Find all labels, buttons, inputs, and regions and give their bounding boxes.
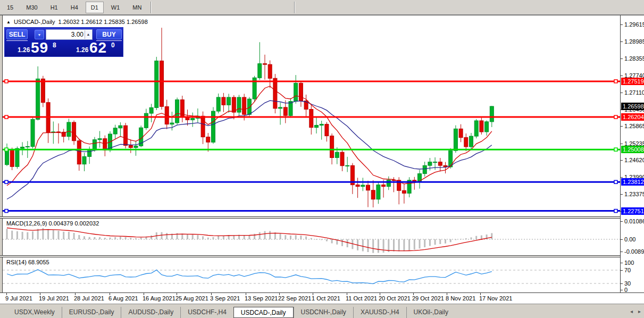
chart-symbol-label: USDCAD-,Daily xyxy=(14,19,55,25)
tab-eurusddaily[interactable]: EURUSD-,Daily xyxy=(62,307,121,318)
one-click-trading-panel: SELL ▼ ▲ BUY 1.26 59 8 1.26 62 0 xyxy=(4,27,123,57)
volume-box: ▲ xyxy=(46,29,93,40)
rsi-panel[interactable] xyxy=(3,257,620,292)
buy-price-sup: 0 xyxy=(111,41,115,49)
level-price-badge: 1.26204 xyxy=(621,113,644,121)
level-price-badge: 1.27519 xyxy=(621,78,644,85)
date-label: 9 Jul 2021 xyxy=(5,295,32,302)
date-label: 6 Aug 2021 xyxy=(108,295,138,302)
buy-price-display[interactable]: 1.26 62 0 xyxy=(64,41,122,56)
volume-up-spinner[interactable]: ▲ xyxy=(85,30,91,39)
current-price-badge: 1.26598 xyxy=(621,103,644,110)
date-label: 25 Aug 2021 xyxy=(175,295,208,302)
date-label: 28 Jul 2021 xyxy=(74,295,104,302)
timeframe-button-m30[interactable]: M30 xyxy=(21,2,43,13)
level-price-badge: 1.23812 xyxy=(621,178,644,186)
level-price-badge: 1.25008 xyxy=(621,146,644,153)
sell-price-prefix: 1.26 xyxy=(18,46,30,54)
tab-scroll-arrows: ◂ ▸ xyxy=(630,308,641,314)
tab-scroll-left-icon[interactable]: ◂ xyxy=(630,308,633,314)
sell-price-display[interactable]: 1.26 59 8 xyxy=(6,41,63,56)
date-label: 11 Oct 2021 xyxy=(346,295,377,302)
tab-usdxweekly[interactable]: USDX,Weekly xyxy=(7,307,62,318)
tab-audusddaily[interactable]: AUDUSD-,Daily xyxy=(121,307,180,318)
tab-usdcaddaily[interactable]: USDCAD-,Daily xyxy=(233,307,294,318)
rsi-indicator-label: RSI(14) 68.9055 xyxy=(6,259,49,265)
chart-title: ▲ USDCAD-,Daily 1.26032 1.26612 1.25835 … xyxy=(6,19,151,25)
date-axis[interactable]: 9 Jul 202119 Jul 202128 Jul 20216 Aug 20… xyxy=(0,292,644,304)
sell-button[interactable]: SELL xyxy=(6,29,28,39)
sell-price-sup: 8 xyxy=(53,41,56,49)
date-label: 29 Oct 2021 xyxy=(412,295,444,302)
sell-price-big: 59 xyxy=(31,39,48,56)
tab-scroll-right-icon[interactable]: ▸ xyxy=(638,308,641,314)
volume-dropdown-button[interactable]: ▼ xyxy=(35,30,44,39)
date-label: 20 Oct 2021 xyxy=(379,295,411,302)
buy-price-prefix: 1.26 xyxy=(76,46,88,54)
timeframe-button-h4[interactable]: H4 xyxy=(65,2,83,13)
date-label: 19 Jul 2021 xyxy=(39,295,69,302)
date-label: 13 Sep 2021 xyxy=(245,295,278,302)
toolbar-separator xyxy=(294,2,295,13)
date-label: 1 Oct 2021 xyxy=(312,295,340,302)
chart-tab-bar: USDX,WeeklyEURUSD-,DailyAUDUSD-,DailyUSD… xyxy=(0,307,644,318)
timeframe-button-mn[interactable]: MN xyxy=(127,2,147,13)
timeframe-toolbar: 15M30H1H4D1W1MN xyxy=(0,0,644,15)
timeframe-button-w1[interactable]: W1 xyxy=(106,2,126,13)
level-price-badge: 1.22751 xyxy=(621,207,644,215)
volume-input[interactable] xyxy=(48,31,83,38)
macd-indicator-label: MACD(12,26,9) 0.004379 0.002032 xyxy=(6,220,99,227)
timeframe-button-15[interactable]: 15 xyxy=(2,2,19,13)
tab-xauusdh4[interactable]: XAUUSD-,H4 xyxy=(353,307,406,318)
tab-ukoildaily[interactable]: UKOil-,Daily xyxy=(406,307,455,318)
rsi-line xyxy=(7,270,492,284)
timeframe-button-d1[interactable]: D1 xyxy=(86,2,104,13)
tab-usdchfh4[interactable]: USDCHF-,H4 xyxy=(180,307,233,318)
date-label: 22 Sep 2021 xyxy=(278,295,311,302)
chart-window: MACD(12,26,9) 0.004379 0.002032 RSI(14) … xyxy=(0,15,644,304)
chart-ohlc-values: 1.26032 1.26612 1.25835 1.26598 xyxy=(58,19,148,25)
collapse-triangle-icon[interactable]: ▲ xyxy=(6,20,11,24)
date-label: 3 Sep 2021 xyxy=(210,295,240,302)
buy-price-big: 62 xyxy=(89,39,107,56)
date-label: 17 Nov 2021 xyxy=(479,295,512,302)
price-axis[interactable]: 1.296151.289851.283551.277401.271101.264… xyxy=(621,15,644,304)
mt4-window: 15M30H1H4D1W1MN MACD(12,26,9) 0.004379 0… xyxy=(0,0,644,318)
toolbar-separator xyxy=(150,2,152,13)
date-label: 16 Aug 2021 xyxy=(143,295,175,302)
tab-usdcnhdaily[interactable]: USDCNH-,Daily xyxy=(294,307,353,318)
buy-button[interactable]: BUY xyxy=(96,29,122,39)
timeframe-button-h1[interactable]: H1 xyxy=(45,2,63,13)
date-label: 8 Nov 2021 xyxy=(446,295,475,302)
